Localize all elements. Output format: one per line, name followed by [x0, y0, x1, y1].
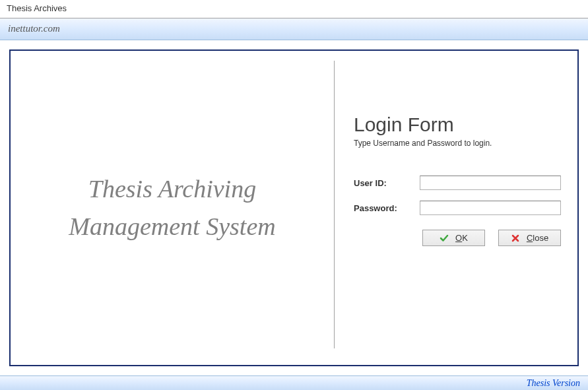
app-name-line2: Management System	[69, 208, 275, 245]
menubar: inettutor.com	[0, 18, 588, 40]
button-row: OK Close	[354, 230, 561, 246]
window-titlebar: Thesis Archives	[0, 0, 588, 18]
user-id-row: User ID:	[354, 176, 561, 190]
login-subtitle: Type Username and Password to login.	[354, 139, 561, 148]
user-id-input[interactable]	[420, 176, 561, 190]
close-button[interactable]: Close	[498, 230, 561, 246]
window-title: Thesis Archives	[7, 3, 67, 13]
password-row: Password:	[354, 201, 561, 215]
password-input[interactable]	[420, 201, 561, 215]
panel-divider	[334, 61, 335, 348]
user-id-label: User ID:	[354, 178, 420, 188]
app-name: Thesis Archiving Management System	[69, 170, 275, 245]
login-title: Login Form	[354, 114, 561, 136]
content-area: Thesis Archiving Management System Login…	[0, 40, 588, 375]
close-icon	[511, 234, 520, 243]
check-icon	[440, 234, 449, 243]
password-label: Password:	[354, 203, 420, 213]
login-panel: Login Form Type Username and Password to…	[334, 51, 577, 365]
status-version: Thesis Version	[527, 378, 580, 389]
ok-button-label: OK	[455, 233, 468, 243]
statusbar: Thesis Version	[0, 375, 588, 390]
ok-button[interactable]: OK	[422, 230, 485, 246]
app-name-line1: Thesis Archiving	[69, 170, 275, 208]
main-panel: Thesis Archiving Management System Login…	[9, 49, 579, 366]
close-button-label: Close	[527, 233, 548, 243]
menubar-text: inettutor.com	[8, 23, 60, 34]
left-panel: Thesis Archiving Management System	[11, 51, 334, 365]
